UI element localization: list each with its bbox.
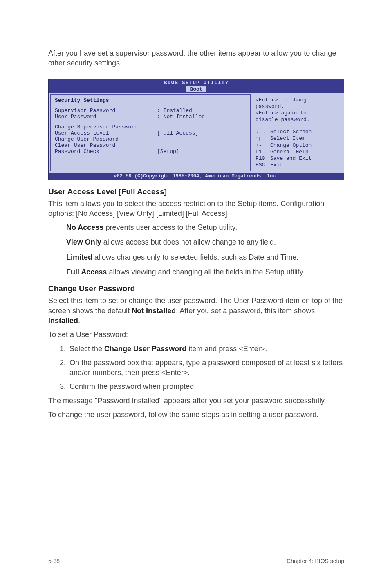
key-plus-minus-icon: +- xyxy=(256,142,268,149)
password-installed-msg: The message "Password Installed" appears… xyxy=(48,396,344,406)
help-line: disable password. xyxy=(256,117,339,123)
chapter-label: Chapter 4: BIOS setup xyxy=(287,558,344,564)
bios-left-panel: Security Settings Supervisor Password : … xyxy=(50,94,251,171)
view-only-bold: View Only xyxy=(66,238,101,246)
step-3: Confirm the password when prompted. xyxy=(68,382,344,391)
change-user-password: Change User Password xyxy=(55,136,119,142)
cup-desc: Select this item to set or change the us… xyxy=(48,296,344,325)
view-only-line: View Only allows access but does not all… xyxy=(66,237,344,247)
user-password-label: User Password xyxy=(55,114,157,120)
help-line: password. xyxy=(256,103,339,110)
help-save-exit: Save and Exit xyxy=(270,155,312,162)
user-access-level-desc: This item allows you to select the acces… xyxy=(48,199,344,219)
bios-tab-boot: Boot xyxy=(186,86,206,92)
password-check-value: [Setup] xyxy=(157,148,179,155)
intro-paragraph: After you have set a supervisor password… xyxy=(48,48,344,68)
help-general-help: General Help xyxy=(270,149,309,155)
help-line: <Enter> to change xyxy=(256,97,339,103)
help-line: <Enter> again to xyxy=(256,110,339,117)
password-check-label: Password Check xyxy=(55,148,157,155)
key-arrows-v-icon: ↑↓ xyxy=(256,135,268,142)
help-change-option: Change Option xyxy=(270,142,312,149)
user-access-level-value: [Full Access] xyxy=(157,130,198,136)
key-f10-icon: F10 xyxy=(256,155,268,162)
clear-user-password: Clear User Password xyxy=(55,142,115,148)
help-select-screen: Select Screen xyxy=(270,129,312,135)
no-access-line: No Access prevents user access to the Se… xyxy=(66,222,344,232)
help-select-item: Select Item xyxy=(270,135,305,142)
key-f1-icon: F1 xyxy=(256,149,268,155)
help-exit: Exit xyxy=(270,162,283,168)
bios-header: BIOS SETUP UTILITY Boot xyxy=(49,79,344,93)
step-1: Select the Change User Password item and… xyxy=(68,344,344,354)
change-user-password-heading: Change User Password xyxy=(48,284,344,293)
full-access-bold: Full Access xyxy=(66,268,107,276)
to-change-user-password: To change the user password, follow the … xyxy=(48,410,344,420)
user-password-value: : Not Installed xyxy=(157,114,205,120)
no-access-bold: No Access xyxy=(66,223,103,231)
bios-copyright-footer: v02.58 (C)Copyright 1985-2004, American … xyxy=(49,173,344,180)
step-2: On the password box that appears, type a… xyxy=(68,358,344,378)
change-supervisor-password: Change Supervisor Password xyxy=(55,124,138,130)
limited-line: Limited allows changes only to selected … xyxy=(66,252,344,262)
user-access-level-label: User Access Level xyxy=(55,130,157,136)
not-installed-bold: Not Installed xyxy=(132,307,176,315)
bios-section-header: Security Settings xyxy=(55,97,246,105)
steps-list: Select the Change User Password item and… xyxy=(57,344,344,392)
supervisor-password-value: : Installed xyxy=(157,108,192,114)
user-access-level-heading: User Access Level [Full Access] xyxy=(48,187,344,196)
step1-bold: Change User Password xyxy=(104,345,186,353)
installed-bold: Installed xyxy=(48,316,78,325)
page-number: 5-38 xyxy=(48,558,60,564)
key-esc-icon: ESC xyxy=(256,162,268,168)
key-arrows-h-icon: ←→ xyxy=(256,129,268,135)
limited-bold: Limited xyxy=(66,253,92,261)
supervisor-password-label: Supervisor Password xyxy=(55,108,157,114)
to-set-user-password: To set a User Password: xyxy=(48,330,344,339)
full-access-line: Full Access allows viewing and changing … xyxy=(66,267,344,277)
bios-help-panel: <Enter> to change password. <Enter> agai… xyxy=(252,94,342,171)
bios-screenshot: BIOS SETUP UTILITY Boot Security Setting… xyxy=(48,79,344,180)
bios-title: BIOS SETUP UTILITY xyxy=(49,80,344,86)
